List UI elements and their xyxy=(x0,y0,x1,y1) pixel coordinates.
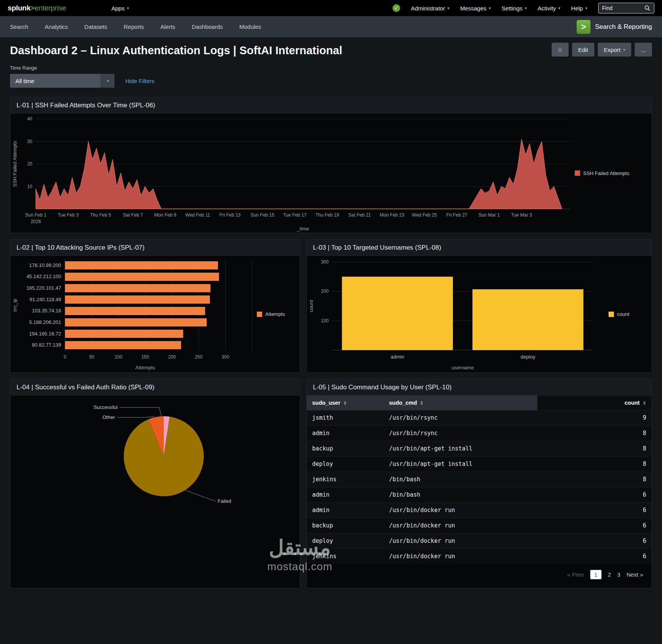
cell-count[interactable]: 6 xyxy=(537,487,652,502)
splunk-logo[interactable]: splunk>enterprise xyxy=(8,4,66,12)
table-row[interactable]: deploy/usr/bin/apt-get install8 xyxy=(307,456,652,472)
ssh-attempts-area-chart[interactable]: 10203040Sun Feb 12026Tue Feb 3Thu Feb 5S… xyxy=(10,113,575,233)
messages-menu[interactable]: Messages ▾ xyxy=(460,5,491,12)
table-row[interactable]: admin/bin/bash6 xyxy=(307,487,652,502)
cell-sudo-cmd[interactable]: /usr/bin/docker run xyxy=(384,502,537,518)
caret-down-icon: ▾ xyxy=(558,6,561,11)
cell-count[interactable]: 6 xyxy=(537,533,652,549)
cell-sudo-cmd[interactable]: /usr/bin/apt-get install xyxy=(384,441,537,456)
svg-text:200: 200 xyxy=(168,354,176,360)
help-menu[interactable]: Help ▾ xyxy=(571,5,587,12)
logo-gt-icon: > xyxy=(30,4,35,12)
top-ips-bar-chart[interactable]: 050100150200250300176.10.99.20045.142.21… xyxy=(10,256,257,372)
page-3-button[interactable]: 3 xyxy=(617,571,620,578)
svg-text:Tue Feb 17: Tue Feb 17 xyxy=(283,212,306,218)
logo-enterprise-text: enterprise xyxy=(35,4,66,12)
next-page-button[interactable]: Next » xyxy=(627,571,643,578)
activity-menu[interactable]: Activity ▾ xyxy=(538,5,561,12)
nav-search[interactable]: Search xyxy=(10,23,28,30)
star-icon: ☆ xyxy=(557,46,563,54)
cell-count[interactable]: 8 xyxy=(537,425,652,441)
svg-text:150: 150 xyxy=(141,354,149,360)
table-row[interactable]: jsmith/usr/bin/rsync9 xyxy=(307,410,652,425)
more-actions-button[interactable]: ... xyxy=(635,43,652,57)
panel-sudo-usage: L-05 | Sudo Command Usage by User (SPL-1… xyxy=(306,379,652,588)
cell-sudo-cmd[interactable]: /usr/bin/docker run xyxy=(384,533,537,549)
sort-icon[interactable]: ⇕ xyxy=(642,400,646,406)
table-row[interactable]: jenkins/bin/bash8 xyxy=(307,472,652,487)
settings-menu[interactable]: Settings ▾ xyxy=(502,5,527,12)
cell-sudo-user[interactable]: jsmith xyxy=(307,410,384,425)
table-row[interactable]: backup/usr/bin/docker run6 xyxy=(307,518,652,533)
cell-sudo-cmd[interactable]: /usr/bin/rsync xyxy=(384,425,537,441)
cell-sudo-cmd[interactable]: /usr/bin/docker run xyxy=(384,549,537,564)
svg-text:80.82.77.139: 80.82.77.139 xyxy=(32,342,61,348)
table-row[interactable]: backup/usr/bin/apt-get install8 xyxy=(307,441,652,456)
table-row[interactable]: deploy/usr/bin/docker run6 xyxy=(307,533,652,549)
cell-sudo-cmd[interactable]: /usr/bin/rsync xyxy=(384,410,537,425)
find-search-input[interactable]: Find xyxy=(598,3,654,13)
svg-text:Fri Feb 13: Fri Feb 13 xyxy=(220,212,241,218)
cell-count[interactable]: 8 xyxy=(537,441,652,456)
cell-sudo-cmd[interactable]: /bin/bash xyxy=(384,472,537,487)
page-2-button[interactable]: 2 xyxy=(608,571,611,578)
export-label: Export xyxy=(604,47,620,53)
nav-reports[interactable]: Reports xyxy=(124,23,144,30)
cell-sudo-user[interactable]: admin xyxy=(307,487,384,502)
export-button[interactable]: Export ▾ xyxy=(598,43,632,57)
column-header-sudo-user[interactable]: sudo_user⇕ xyxy=(307,395,384,410)
nav-dashboards[interactable]: Dashboards xyxy=(192,23,223,30)
nav-datasets[interactable]: Datasets xyxy=(85,23,107,30)
prev-page-button[interactable]: « Prev xyxy=(567,571,584,578)
svg-text:20: 20 xyxy=(27,161,33,167)
cell-count[interactable]: 6 xyxy=(537,549,652,564)
cell-count[interactable]: 6 xyxy=(537,518,652,533)
caret-down-icon: ▾ xyxy=(447,6,449,11)
cell-sudo-cmd[interactable]: /usr/bin/apt-get install xyxy=(384,456,537,472)
cell-sudo-user[interactable]: deploy xyxy=(307,533,384,549)
column-header-count[interactable]: count⇕ xyxy=(537,395,652,410)
sort-icon[interactable]: ⇕ xyxy=(420,400,424,406)
time-range-dropdown[interactable]: All time ▾ xyxy=(10,74,115,88)
table-row[interactable]: admin/usr/bin/rsync8 xyxy=(307,425,652,441)
svg-text:100: 100 xyxy=(115,354,122,360)
cell-sudo-user[interactable]: jenkins xyxy=(307,472,384,487)
sort-icon[interactable]: ⇕ xyxy=(343,400,347,406)
auth-ratio-pie-chart[interactable]: SuccessfulFailedOther xyxy=(10,395,300,588)
search-icon[interactable] xyxy=(644,5,650,11)
favorite-button[interactable]: ☆ xyxy=(552,43,569,57)
cell-sudo-user[interactable]: backup xyxy=(307,518,384,533)
cell-sudo-user[interactable]: backup xyxy=(307,441,384,456)
cell-sudo-cmd[interactable]: /bin/bash xyxy=(384,487,537,502)
health-check-icon[interactable]: ✓ xyxy=(393,4,400,12)
apps-menu[interactable]: Apps ▾ xyxy=(111,5,129,12)
help-label: Help xyxy=(571,5,583,12)
cell-sudo-user[interactable]: jenkins xyxy=(307,549,384,564)
svg-text:username: username xyxy=(452,365,474,370)
administrator-menu[interactable]: Administrator ▾ xyxy=(411,5,449,12)
cell-sudo-user[interactable]: admin xyxy=(307,425,384,441)
cell-count[interactable]: 9 xyxy=(537,410,652,425)
column-header-sudo-cmd[interactable]: sudo_cmd⇕ xyxy=(384,395,537,410)
nav-analytics[interactable]: Analytics xyxy=(45,23,68,30)
nav-alerts[interactable]: Alerts xyxy=(160,23,175,30)
edit-button[interactable]: Edit xyxy=(572,43,594,57)
svg-text:Tue Feb 3: Tue Feb 3 xyxy=(58,212,79,218)
hide-filters-link[interactable]: Hide Filters xyxy=(125,78,155,84)
svg-text:SSH Failed Attempts: SSH Failed Attempts xyxy=(12,141,18,187)
cell-count[interactable]: 6 xyxy=(537,502,652,518)
cell-sudo-user[interactable]: deploy xyxy=(307,456,384,472)
legend-l03: count xyxy=(609,256,652,372)
cell-count[interactable]: 8 xyxy=(537,456,652,472)
nav-modules[interactable]: Modules xyxy=(240,23,261,30)
svg-text:Fri Feb 27: Fri Feb 27 xyxy=(446,212,467,218)
cell-count[interactable]: 8 xyxy=(537,472,652,487)
page-1-button[interactable]: 1 xyxy=(590,570,602,579)
cell-sudo-cmd[interactable]: /usr/bin/docker run xyxy=(384,518,537,533)
table-row[interactable]: admin/usr/bin/docker run6 xyxy=(307,502,652,518)
app-name: Search & Reporting xyxy=(595,23,652,31)
table-row[interactable]: jenkins/usr/bin/docker run6 xyxy=(307,549,652,564)
cell-sudo-user[interactable]: admin xyxy=(307,502,384,518)
app-brand[interactable]: > Search & Reporting xyxy=(577,20,652,34)
usernames-column-chart[interactable]: 100200300admindeployusernamecount xyxy=(307,256,609,372)
